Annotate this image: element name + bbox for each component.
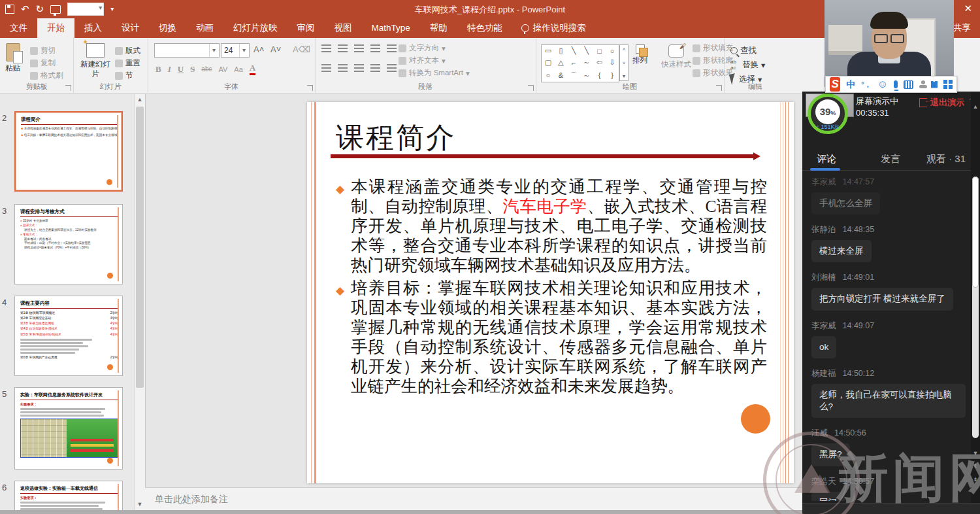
decrease-indent-icon[interactable] [354,44,364,52]
align-right-icon[interactable] [354,64,364,72]
cut-button[interactable]: 剪切 [30,44,63,57]
font-name-combo[interactable]: ▾ [154,43,220,58]
upload-speed: ↑ 151K/s [816,124,839,130]
tab-animations[interactable]: 动画 [186,18,223,38]
soft-keyboard-icon[interactable] [904,80,913,89]
chat-input-bar[interactable] [802,503,980,514]
replace-button[interactable]: abac替换 ▾ [730,58,765,72]
skin-icon[interactable] [931,81,938,88]
tab-comments[interactable]: 评论 [817,153,836,165]
arrange-button[interactable]: 排列 [632,44,647,65]
columns-icon[interactable] [387,64,397,72]
thumbnail-slide-4[interactable]: 课程主要内容 第1章 物联网/车联网概述2学时 第2章 车联网理论基础4学时 第… [14,296,123,376]
font-dialog-launcher[interactable] [307,85,313,91]
thumbnail-slide-5[interactable]: 实验：车联网信息服务系统软件设计开发 实验要求： [14,387,123,470]
new-slide-button[interactable]: 新建幻灯片 [77,43,114,79]
presenter-glasses [874,34,904,41]
close-window-button[interactable]: ✕ [964,3,972,14]
tab-view[interactable]: 视图 [325,18,362,38]
tab-slideshow[interactable]: 幻灯片放映 [223,18,287,38]
thumbnail-slide-3[interactable]: 课程安排与考核方式 ● 32学时 专业选修课 ● 授课方式： 讲授为主，结合启发… [14,204,123,284]
thumb-orange-dot [107,458,113,464]
bullets-icon[interactable] [321,44,331,52]
strikethrough-button[interactable]: S [190,64,195,75]
shapes-gallery-scrollbar[interactable]: ˄˅▾ [619,44,629,81]
notes-pane[interactable]: 单击此处添加备注 [145,487,802,511]
slide-editor[interactable]: 课程简介 ◆ 本课程涵盖交通类专业的交通工程学、交通管理与控制、自动控制原理、汽… [307,102,794,483]
tab-mathtype[interactable]: MathType [362,18,420,38]
reset-button[interactable]: 重置 [115,57,140,69]
font-size-combo[interactable]: 24▾ [221,43,250,58]
exit-presentation-button[interactable]: 退出演示 [919,97,964,109]
chat-scrollbar[interactable]: ▲ ▼ ⇞ ⇟ [971,92,980,514]
section-button[interactable]: 节 [115,69,140,82]
align-left-icon[interactable] [321,64,331,72]
tab-speak[interactable]: 发言 [881,153,900,165]
text-direction-icon [399,44,406,52]
chat-scrollbar-thumb[interactable] [972,177,979,288]
char-spacing-button[interactable]: AV [218,65,227,73]
slide-title[interactable]: 课程简介 [336,119,456,157]
justify-icon[interactable] [370,64,380,72]
tab-design[interactable]: 设计 [112,18,149,38]
change-case-button[interactable]: Aa [234,65,242,73]
copy-button[interactable]: 复制 [30,57,63,69]
paste-button[interactable]: 粘贴 [5,43,20,73]
toolbox-icon[interactable] [943,80,953,89]
grow-font-icon[interactable]: A˄ [253,44,264,54]
sogou-logo-icon[interactable]: S [830,77,840,92]
tab-transitions[interactable]: 切换 [149,18,186,38]
increase-indent-icon[interactable] [370,44,380,52]
slide-body[interactable]: ◆ 本课程涵盖交通类专业的交通工程学、交通管理与控制、自动控制原理、汽车电子学、… [336,177,767,400]
font-color-button[interactable]: A [250,63,255,75]
slide-thumbnail-panel: 2 课程简介 ◆ 本课程涵盖交通类专业的交通工程学、交通管理与控制、自动控制原理… [0,94,146,510]
line-spacing-icon[interactable] [387,44,397,52]
thumbnail-slide-2[interactable]: 课程简介 ◆ 本课程涵盖交通类专业的交通工程学、交通管理与控制、自动控制原理、汽… [14,111,123,192]
punctuation-icon[interactable]: °， [861,77,871,92]
tell-me-search[interactable]: 操作说明搜索 [512,22,595,34]
underline-button[interactable]: U [178,64,184,75]
tab-watchers[interactable]: 观看 · 31 [926,153,966,165]
group-editing: 查找 abac替换 ▾ 选择 ▾ 编辑 [724,38,787,93]
cpu-usage-ring: 39% ↑ 151K/s [808,94,848,134]
replace-icon: abac [730,59,740,71]
align-center-icon[interactable] [338,64,348,72]
thumbnail-slide-6[interactable]: 返校选做实验：实验箱—车载无线通信 实验要求： [14,481,123,510]
tab-review[interactable]: 审阅 [287,18,325,38]
tab-file[interactable]: 文件 [0,18,37,38]
clipboard-dialog-launcher[interactable] [65,85,71,91]
bold-button[interactable]: B [155,64,161,75]
thumbnail-scrollbar[interactable]: ▲ ▼ [134,94,145,510]
paragraph-dialog-launcher[interactable] [528,85,534,91]
italic-button[interactable]: I [168,64,171,75]
thumb-body-line: ◆ 本课程涵盖交通类专业的交通工程学、交通管理与控制、自动控制原理、汽车电子学、… [21,127,118,131]
format-painter-button[interactable]: 格式刷 [30,69,63,82]
slide-title-rule [331,154,754,158]
superscript-button[interactable]: abc [201,65,212,73]
quick-styles-button[interactable]: 快速样式 [661,44,691,69]
tab-features[interactable]: 特色功能 [457,18,512,38]
shape-effects-icon [693,69,700,77]
layout-button[interactable]: 版式 [115,44,140,57]
find-icon [730,47,738,54]
thumb-title: 课程简介 [21,116,118,125]
voice-input-icon[interactable] [894,80,898,88]
emoji-icon[interactable]: ☺ [877,77,888,92]
tab-insert[interactable]: 插入 [74,18,112,38]
drawing-dialog-launcher[interactable] [716,85,722,91]
text-direction-button[interactable]: 文字方向 ▾ [399,42,470,54]
chinese-mode-icon[interactable]: 中 [846,77,855,92]
tab-home[interactable]: 开始 [37,18,74,38]
tab-help[interactable]: 帮助 [420,18,457,38]
group-label-editing: 编辑 [724,82,787,92]
thumbnail-scrollbar-thumb[interactable] [136,107,144,388]
shapes-gallery[interactable]: ▭▯╲╲□○ ▢△⌐～⇦⇩ ○&⌒～{} [541,44,619,82]
find-button[interactable]: 查找 [730,43,765,58]
chat-message-list[interactable]: 李家威14:47:57 手机怎么全屏 张静泊14:48:35 横过来全屏 刘湘楠… [811,177,966,501]
smartart-button[interactable]: 转换为 SmartArt ▾ [399,67,470,79]
align-text-button[interactable]: 对齐文本 ▾ [399,54,470,67]
clear-formatting-icon[interactable]: A⌫ [293,44,310,54]
numbering-icon[interactable] [338,44,348,52]
account-icon[interactable] [919,80,925,88]
shrink-font-icon[interactable]: A˅ [270,44,281,54]
